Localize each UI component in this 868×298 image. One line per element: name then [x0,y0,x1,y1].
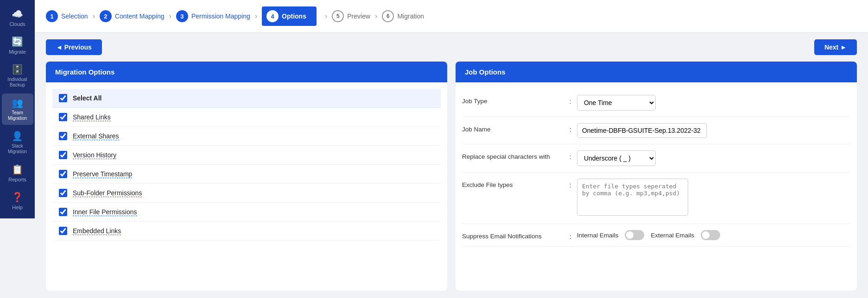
step-3-label: Permission Mapping [191,12,250,20]
checkbox-label-external-shares[interactable]: External Shares [73,132,119,140]
main-content: 1 Selection › 2 Content Mapping › 3 Perm… [35,0,868,298]
step-5-circle: 5 [332,10,344,22]
step-1-label: Selection [61,12,88,20]
sidebar-item-reports[interactable]: 📋 Reports [2,160,33,186]
clouds-icon: ☁️ [12,8,23,19]
checkbox-item-external-shares: External Shares [52,127,441,146]
step-2-content-mapping[interactable]: 2 Content Mapping [100,10,165,22]
form-row-job-name: Job Name : [462,117,850,144]
sidebar-label-help: Help [12,205,23,210]
replace-special-select[interactable]: Underscore ( _ ) Hyphen ( - ) None [577,150,656,166]
sidebar-label-slack: Slack Migration [4,143,32,155]
suppress-row: Internal Emails External Emails [577,230,850,240]
step-1-circle: 1 [46,10,58,22]
form-row-suppress-email: Suppress Email Notifications : Internal … [462,224,850,247]
checkbox-preserve-timestamp[interactable] [59,170,67,178]
step-arrow-5: › [375,12,377,20]
job-type-colon: : [570,95,571,105]
sidebar-item-individual-backup[interactable]: 🗄️ Individual Backup [2,60,33,92]
job-options-title: Job Options [465,68,506,76]
sidebar-label-team-migration: Team Migration [4,110,32,121]
internal-emails-toggle[interactable] [625,230,644,240]
checkbox-label-inner-file-permissions[interactable]: Inner File Permissions [73,208,137,216]
checkbox-item-inner-file-permissions: Inner File Permissions [52,203,441,222]
suppress-email-label: Suppress Email Notifications [462,230,564,240]
checkbox-label-subfolder-permissions[interactable]: Sub-Folder Permissions [73,189,142,197]
job-type-label: Job Type [462,95,564,105]
sidebar-label-backup: Individual Backup [4,77,32,88]
step-5-preview[interactable]: 5 Preview [332,10,370,22]
exclude-file-types-control [577,179,850,217]
sidebar-label-clouds: Clouds [9,21,25,27]
step-3-permission-mapping[interactable]: 3 Permission Mapping [176,10,250,22]
exclude-file-types-input[interactable] [577,179,688,216]
stepper: 1 Selection › 2 Content Mapping › 3 Perm… [35,0,868,33]
replace-special-control: Underscore ( _ ) Hyphen ( - ) None [577,150,850,166]
migration-options-header: Migration Options [46,62,447,82]
step-arrow-3: › [255,12,257,20]
step-arrow-2: › [169,12,171,20]
migration-options-panel: Migration Options Select All Shared Link… [46,62,447,291]
internal-emails-slider [625,230,644,240]
reports-icon: 📋 [12,164,23,175]
exclude-file-types-colon: : [570,179,571,189]
form-row-job-type: Job Type : One Time Scheduled Continuous [462,89,850,117]
external-emails-label: External Emails [651,232,694,239]
sidebar: ☁️ Clouds 🔄 Migrate 🗄️ Individual Backup… [0,0,35,298]
next-button[interactable]: Next ► [814,39,857,55]
checkbox-inner-file-permissions[interactable] [59,208,67,216]
form-row-exclude-file-types: Exclude File types : [462,173,850,224]
job-options-panel: Job Options Job Type : One Time Schedule… [456,62,857,291]
sidebar-item-team-migration[interactable]: 👥 Team Migration [2,93,33,125]
checkbox-subfolder-permissions[interactable] [59,189,67,197]
step-4-circle: 4 [266,10,279,22]
step-6-circle: 6 [382,10,394,22]
step-4-options[interactable]: 4 Options [262,6,317,26]
job-options-body: Job Type : One Time Scheduled Continuous… [456,82,857,291]
checkbox-select-all[interactable] [59,94,67,102]
external-emails-toggle[interactable] [701,230,720,240]
backup-icon: 🗄️ [12,64,23,75]
checkbox-shared-links[interactable] [59,113,67,121]
job-name-label: Job Name [462,123,564,133]
step-5-label: Preview [347,12,370,20]
checkbox-embedded-links[interactable] [59,227,67,235]
job-name-input[interactable] [577,123,707,138]
job-type-select[interactable]: One Time Scheduled Continuous [577,95,656,111]
checkbox-label-embedded-links[interactable]: Embedded Links [73,227,121,235]
previous-button[interactable]: ◄ Previous [46,39,102,55]
checkbox-item-embedded-links: Embedded Links [52,222,441,241]
checkbox-label-preserve-timestamp[interactable]: Preserve Timestamp [73,170,132,178]
checkbox-label-version-history[interactable]: Version History [73,151,116,159]
internal-emails-label: Internal Emails [577,232,618,239]
step-3-circle: 3 [176,10,188,22]
checkbox-external-shares[interactable] [59,132,67,140]
checkbox-label-shared-links[interactable]: Shared Links [73,113,111,121]
exclude-file-types-label: Exclude File types [462,179,564,188]
migration-options-body: Select All Shared Links External Shares … [46,82,447,291]
external-emails-slider [701,230,720,240]
sidebar-item-migrate[interactable]: 🔄 Migrate [2,32,33,58]
job-name-colon: : [570,123,571,133]
job-name-control [577,123,850,138]
sidebar-item-clouds[interactable]: ☁️ Clouds [2,5,33,31]
sidebar-item-slack-migration[interactable]: 👤 Slack Migration [2,127,33,158]
step-6-migration[interactable]: 6 Migration [382,10,424,22]
sidebar-item-help[interactable]: ❓ Help [2,188,33,214]
replace-special-label: Replace special characters with [462,150,564,160]
step-1-selection[interactable]: 1 Selection [46,10,88,22]
sidebar-label-reports: Reports [8,177,26,182]
checkbox-item-preserve-timestamp: Preserve Timestamp [52,165,441,184]
step-2-circle: 2 [100,10,112,22]
help-icon: ❓ [12,192,23,203]
sidebar-label-migrate: Migrate [9,49,26,55]
content-area: Migration Options Select All Shared Link… [35,62,868,298]
form-row-replace-special: Replace special characters with : Unders… [462,144,850,173]
checkbox-label-select-all[interactable]: Select All [73,94,102,102]
migrate-icon: 🔄 [12,36,23,47]
checkbox-item-version-history: Version History [52,146,441,165]
checkbox-item-select-all: Select All [52,89,441,108]
slack-icon: 👤 [12,130,23,142]
checkbox-version-history[interactable] [59,151,67,159]
checkbox-item-subfolder-permissions: Sub-Folder Permissions [52,184,441,203]
